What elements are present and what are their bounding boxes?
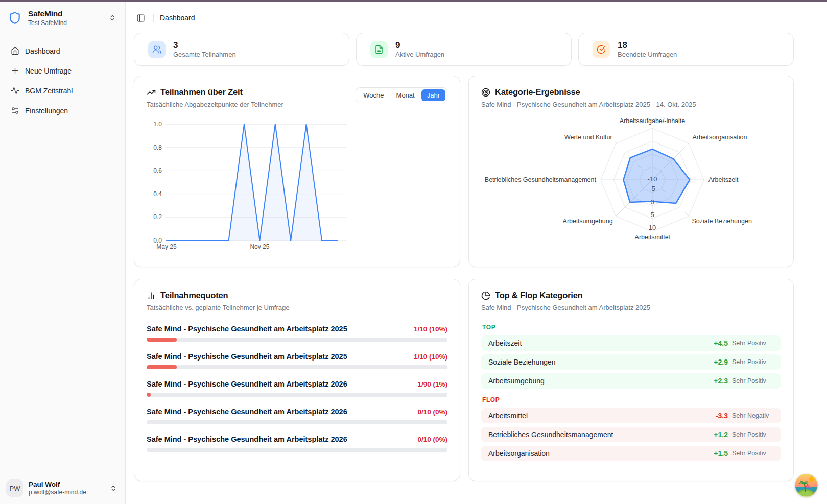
survey-name: Safe Mind - Psychische Gesundheit am Arb… [147, 407, 347, 416]
category-score: -3.3 [716, 412, 728, 420]
range-toggle: Woche Monat Jahr [356, 87, 447, 103]
progress-track [147, 393, 447, 397]
app-name: SafeMind [28, 9, 101, 18]
sidebar-item-einstellungen[interactable]: Einstellungen [6, 102, 119, 119]
main-content: Dashboard 3 Gesamte Teilnahmen 9 Aktive … [126, 2, 827, 504]
bar-chart-icon [147, 291, 156, 300]
category-name: Arbeitsorganisation [488, 449, 714, 458]
palm-island-badge[interactable] [794, 473, 818, 497]
svg-text:Werte und Kultur: Werte und Kultur [564, 134, 612, 141]
list-item: Safe Mind - Psychische Gesundheit am Arb… [147, 407, 447, 424]
list-item: Safe Mind - Psychische Gesundheit am Arb… [147, 352, 447, 369]
card-title: Kategorie-Ergebnisse [495, 87, 580, 97]
survey-name: Safe Mind - Psychische Gesundheit am Arb… [147, 435, 347, 443]
progress-track [147, 448, 447, 452]
progress-fill [147, 338, 177, 342]
card-title: Teilnahmen über Zeit [160, 87, 243, 97]
user-email: p.wolf@safe-mind.de [29, 489, 103, 496]
card-title: Teilnahmequoten [160, 291, 228, 300]
list-item: Arbeitszeit +4.5 Sehr Positiv [481, 335, 781, 351]
survey-quota: 1/90 (1%) [417, 380, 447, 388]
svg-text:Betriebliches Gesundheitsmanag: Betriebliches Gesundheitsmanagement [485, 176, 597, 183]
sidebar-item-dashboard[interactable]: Dashboard [6, 42, 119, 59]
flop-label: FLOP [482, 396, 781, 403]
range-monat-button[interactable]: Monat [391, 89, 420, 101]
category-score: +2.3 [714, 377, 728, 385]
progress-track [147, 338, 447, 342]
stat-label: Aktive Umfragen [395, 51, 444, 58]
stat-card-beendete-umfragen: 18 Beendete Umfragen [578, 33, 794, 66]
range-woche-button[interactable]: Woche [358, 89, 389, 101]
stat-value: 3 [173, 40, 236, 51]
svg-text:Nov 25: Nov 25 [250, 243, 269, 250]
stat-label: Beendete Umfragen [618, 51, 677, 58]
pie-chart-icon [481, 291, 490, 300]
plus-icon [11, 66, 19, 75]
card-title: Top & Flop Kategorien [495, 291, 582, 300]
shield-icon [7, 10, 22, 26]
survey-name: Safe Mind - Psychische Gesundheit am Arb… [147, 352, 347, 361]
survey-quota: 0/10 (0%) [417, 408, 447, 416]
list-item: Arbeitsorganisation +1.5 Sehr Positiv [481, 446, 781, 461]
sidebar-item-label: BGM Zeitstrahl [25, 87, 73, 95]
progress-fill [147, 393, 151, 397]
sliders-icon [11, 106, 19, 115]
chevrons-up-down-icon[interactable] [108, 483, 119, 494]
sidebar-item-label: Neue Umfrage [25, 67, 72, 75]
trending-up-icon [147, 88, 156, 97]
flop-section: FLOP Arbeitsmittel -3.3 Sehr Negativ Bet… [481, 396, 781, 461]
user-menu[interactable]: PW Paul Wolf p.wolf@safe-mind.de [0, 472, 125, 504]
category-score: +2.9 [714, 358, 728, 366]
category-rating: Sehr Positiv [732, 358, 774, 366]
category-score: +1.5 [714, 449, 728, 458]
svg-text:0.2: 0.2 [153, 213, 162, 221]
category-name: Arbeitsmittel [488, 412, 716, 420]
chevrons-up-down-icon[interactable] [107, 12, 118, 23]
category-rating: Sehr Positiv [732, 431, 774, 438]
document-icon [370, 41, 388, 58]
svg-text:-10: -10 [648, 175, 657, 183]
svg-text:Soziale Beziehungen: Soziale Beziehungen [692, 218, 751, 225]
svg-text:10: 10 [649, 224, 656, 231]
sidebar-nav: Dashboard Neue Umfrage BGM Zeitstrahl Ei… [0, 35, 125, 126]
svg-text:Arbeitsaufgabe/-inhalte: Arbeitsaufgabe/-inhalte [620, 117, 686, 125]
sidebar-item-label: Einstellungen [25, 107, 68, 115]
category-score: +4.5 [714, 339, 728, 347]
survey-quota: 0/10 (0%) [417, 436, 447, 443]
progress-track [147, 365, 447, 369]
check-circle-icon [593, 41, 610, 58]
activity-icon [11, 86, 19, 95]
progress-fill [147, 365, 177, 369]
breadcrumb: Dashboard [160, 14, 195, 22]
stat-value: 9 [395, 40, 444, 51]
panel-left-icon[interactable] [134, 11, 147, 25]
teilnahmequoten-card: Teilnahmequoten Tatsächliche vs. geplant… [134, 279, 460, 481]
sidebar-item-neue-umfrage[interactable]: Neue Umfrage [6, 62, 119, 79]
svg-text:0.8: 0.8 [153, 144, 162, 151]
range-jahr-button[interactable]: Jahr [421, 89, 445, 101]
survey-quota: 1/10 (10%) [414, 353, 447, 361]
target-icon [481, 88, 490, 97]
list-item: Arbeitsumgebung +2.3 Sehr Positiv [481, 373, 781, 389]
card-subtitle: Tatsächliche Abgabezeitpunkte der Teilne… [147, 101, 283, 108]
category-rating: Sehr Positiv [732, 450, 774, 457]
list-item: Soziale Beziehungen +2.9 Sehr Positiv [481, 354, 781, 370]
top-section: TOP Arbeitszeit +4.5 Sehr Positiv Sozial… [481, 324, 781, 389]
stat-value: 18 [618, 40, 677, 51]
survey-name: Safe Mind - Psychische Gesundheit am Arb… [147, 380, 347, 388]
card-subtitle: Safe Mind - Psychische Gesundheit am Arb… [481, 304, 781, 311]
list-item: Safe Mind - Psychische Gesundheit am Arb… [147, 325, 447, 342]
participation-list: Safe Mind - Psychische Gesundheit am Arb… [147, 325, 447, 452]
radar-chart: -10-50510Arbeitsaufgabe/-inhalteArbeitso… [481, 111, 782, 253]
category-score: +1.2 [714, 430, 728, 439]
avatar: PW [6, 479, 23, 497]
sidebar-item-bgm-zeitstrahl[interactable]: BGM Zeitstrahl [6, 82, 119, 99]
kategorie-ergebnisse-card: Kategorie-Ergebnisse Safe Mind - Psychis… [468, 76, 794, 267]
svg-text:Arbeitsorganisation: Arbeitsorganisation [692, 134, 747, 141]
user-name: Paul Wolf [29, 481, 103, 488]
card-subtitle: Safe Mind - Psychische Gesundheit am Arb… [481, 101, 696, 108]
svg-text:Arbeitsumgebung: Arbeitsumgebung [563, 218, 613, 225]
workspace-switcher[interactable]: SafeMind Test SafeMind [0, 2, 125, 35]
svg-text:Arbeitsmittel: Arbeitsmittel [635, 234, 670, 241]
top-label: TOP [482, 324, 781, 331]
